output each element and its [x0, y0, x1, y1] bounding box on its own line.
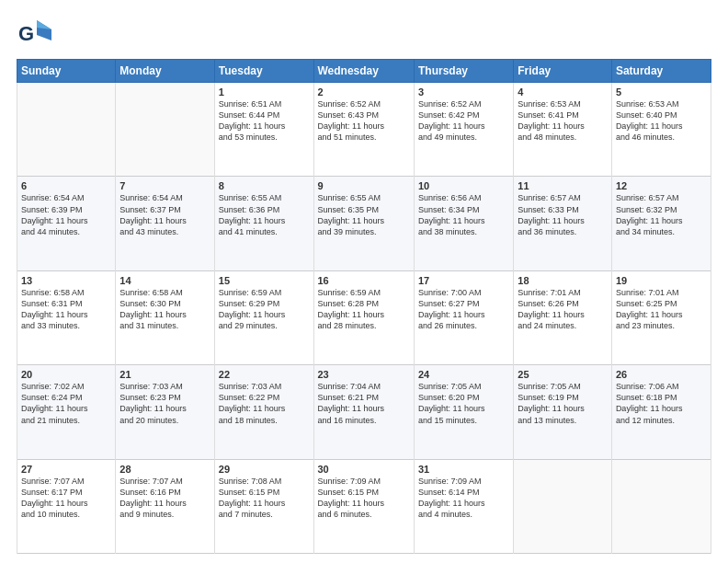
day-info: Sunrise: 6:58 AM Sunset: 6:30 PM Dayligh… [119, 287, 210, 332]
svg-text:G: G [18, 22, 34, 45]
day-number: 17 [418, 275, 509, 286]
calendar-cell: 8Sunrise: 6:55 AM Sunset: 6:36 PM Daylig… [214, 177, 313, 270]
calendar-cell: 2Sunrise: 6:52 AM Sunset: 6:43 PM Daylig… [313, 83, 414, 177]
day-number: 12 [616, 180, 707, 191]
calendar-cell: 23Sunrise: 7:04 AM Sunset: 6:21 PM Dayli… [313, 365, 414, 459]
day-info: Sunrise: 6:54 AM Sunset: 6:39 PM Dayligh… [21, 192, 111, 237]
day-info: Sunrise: 6:52 AM Sunset: 6:42 PM Dayligh… [418, 98, 509, 144]
day-number: 9 [318, 180, 410, 191]
calendar-cell: 14Sunrise: 6:58 AM Sunset: 6:30 PM Dayli… [116, 270, 214, 364]
day-info: Sunrise: 6:54 AM Sunset: 6:37 PM Dayligh… [119, 192, 210, 237]
day-info: Sunrise: 7:01 AM Sunset: 6:25 PM Dayligh… [616, 287, 707, 332]
day-info: Sunrise: 7:01 AM Sunset: 6:26 PM Dayligh… [518, 287, 608, 332]
calendar-cell: 19Sunrise: 7:01 AM Sunset: 6:25 PM Dayli… [611, 270, 711, 364]
calendar-cell: 26Sunrise: 7:06 AM Sunset: 6:18 PM Dayli… [611, 365, 711, 459]
day-number: 24 [418, 369, 509, 380]
calendar-cell: 18Sunrise: 7:01 AM Sunset: 6:26 PM Dayli… [514, 270, 612, 364]
day-info: Sunrise: 6:59 AM Sunset: 6:28 PM Dayligh… [318, 287, 410, 332]
calendar-header: Sunday Monday Tuesday Wednesday Thursday… [17, 60, 711, 83]
col-friday: Friday [514, 60, 612, 83]
calendar-week-3: 13Sunrise: 6:58 AM Sunset: 6:31 PM Dayli… [17, 270, 711, 364]
calendar-cell [514, 459, 612, 553]
calendar-cell [17, 83, 116, 177]
calendar-cell: 20Sunrise: 7:02 AM Sunset: 6:24 PM Dayli… [17, 365, 116, 459]
day-number: 25 [518, 369, 608, 380]
calendar-cell: 13Sunrise: 6:58 AM Sunset: 6:31 PM Dayli… [17, 270, 116, 364]
day-info: Sunrise: 7:07 AM Sunset: 6:16 PM Dayligh… [119, 476, 210, 521]
day-info: Sunrise: 7:02 AM Sunset: 6:24 PM Dayligh… [21, 381, 111, 426]
day-info: Sunrise: 6:59 AM Sunset: 6:29 PM Dayligh… [219, 287, 310, 332]
calendar-cell: 1Sunrise: 6:51 AM Sunset: 6:44 PM Daylig… [214, 83, 313, 177]
day-info: Sunrise: 6:53 AM Sunset: 6:40 PM Dayligh… [616, 98, 707, 144]
header: G [17, 17, 711, 50]
day-info: Sunrise: 7:07 AM Sunset: 6:17 PM Dayligh… [21, 476, 111, 521]
calendar-cell: 5Sunrise: 6:53 AM Sunset: 6:40 PM Daylig… [611, 83, 711, 177]
calendar-week-5: 27Sunrise: 7:07 AM Sunset: 6:17 PM Dayli… [17, 459, 711, 553]
calendar-week-1: 1Sunrise: 6:51 AM Sunset: 6:44 PM Daylig… [17, 83, 711, 177]
calendar: Sunday Monday Tuesday Wednesday Thursday… [17, 59, 711, 554]
calendar-cell: 22Sunrise: 7:03 AM Sunset: 6:22 PM Dayli… [214, 365, 313, 459]
day-number: 27 [21, 464, 111, 475]
day-info: Sunrise: 7:08 AM Sunset: 6:15 PM Dayligh… [219, 476, 310, 521]
col-wednesday: Wednesday [313, 60, 414, 83]
day-info: Sunrise: 6:51 AM Sunset: 6:44 PM Dayligh… [219, 98, 310, 144]
day-info: Sunrise: 7:05 AM Sunset: 6:20 PM Dayligh… [418, 381, 509, 426]
day-number: 26 [616, 369, 707, 380]
calendar-week-4: 20Sunrise: 7:02 AM Sunset: 6:24 PM Dayli… [17, 365, 711, 459]
day-number: 11 [518, 180, 608, 191]
calendar-cell: 3Sunrise: 6:52 AM Sunset: 6:42 PM Daylig… [414, 83, 513, 177]
calendar-cell: 17Sunrise: 7:00 AM Sunset: 6:27 PM Dayli… [414, 270, 513, 364]
day-info: Sunrise: 7:05 AM Sunset: 6:19 PM Dayligh… [518, 381, 608, 426]
day-number: 1 [219, 86, 310, 98]
col-thursday: Thursday [414, 60, 513, 83]
day-info: Sunrise: 6:53 AM Sunset: 6:41 PM Dayligh… [518, 98, 608, 144]
calendar-cell: 27Sunrise: 7:07 AM Sunset: 6:17 PM Dayli… [17, 459, 116, 553]
header-row: Sunday Monday Tuesday Wednesday Thursday… [17, 60, 711, 83]
calendar-cell: 12Sunrise: 6:57 AM Sunset: 6:32 PM Dayli… [611, 177, 711, 270]
day-number: 10 [418, 180, 509, 191]
day-number: 7 [119, 180, 210, 191]
day-number: 13 [21, 275, 111, 286]
day-number: 14 [119, 275, 210, 286]
calendar-body: 1Sunrise: 6:51 AM Sunset: 6:44 PM Daylig… [17, 83, 711, 554]
day-info: Sunrise: 6:56 AM Sunset: 6:34 PM Dayligh… [418, 192, 509, 237]
calendar-cell: 25Sunrise: 7:05 AM Sunset: 6:19 PM Dayli… [514, 365, 612, 459]
col-sunday: Sunday [17, 60, 116, 83]
col-monday: Monday [116, 60, 214, 83]
day-info: Sunrise: 6:55 AM Sunset: 6:36 PM Dayligh… [219, 192, 310, 237]
day-number: 18 [518, 275, 608, 286]
day-info: Sunrise: 7:09 AM Sunset: 6:14 PM Dayligh… [418, 476, 509, 521]
day-number: 8 [219, 180, 310, 191]
calendar-cell: 16Sunrise: 6:59 AM Sunset: 6:28 PM Dayli… [313, 270, 414, 364]
day-number: 30 [318, 464, 410, 475]
calendar-cell: 10Sunrise: 6:56 AM Sunset: 6:34 PM Dayli… [414, 177, 513, 270]
col-saturday: Saturday [611, 60, 711, 83]
day-info: Sunrise: 7:06 AM Sunset: 6:18 PM Dayligh… [616, 381, 707, 426]
calendar-cell: 29Sunrise: 7:08 AM Sunset: 6:15 PM Dayli… [214, 459, 313, 553]
day-info: Sunrise: 6:58 AM Sunset: 6:31 PM Dayligh… [21, 287, 111, 332]
calendar-cell: 7Sunrise: 6:54 AM Sunset: 6:37 PM Daylig… [116, 177, 214, 270]
day-info: Sunrise: 7:04 AM Sunset: 6:21 PM Dayligh… [318, 381, 410, 426]
calendar-cell: 9Sunrise: 6:55 AM Sunset: 6:35 PM Daylig… [313, 177, 414, 270]
day-info: Sunrise: 7:03 AM Sunset: 6:22 PM Dayligh… [219, 381, 310, 426]
calendar-cell: 31Sunrise: 7:09 AM Sunset: 6:14 PM Dayli… [414, 459, 513, 553]
day-info: Sunrise: 6:52 AM Sunset: 6:43 PM Dayligh… [318, 98, 410, 144]
day-number: 29 [219, 464, 310, 475]
day-number: 2 [318, 86, 410, 98]
calendar-cell: 21Sunrise: 7:03 AM Sunset: 6:23 PM Dayli… [116, 365, 214, 459]
logo: G [17, 17, 61, 50]
day-number: 23 [318, 369, 410, 380]
day-info: Sunrise: 6:57 AM Sunset: 6:33 PM Dayligh… [518, 192, 608, 237]
day-number: 19 [616, 275, 707, 286]
calendar-cell: 6Sunrise: 6:54 AM Sunset: 6:39 PM Daylig… [17, 177, 116, 270]
day-number: 31 [418, 464, 509, 475]
calendar-table: Sunday Monday Tuesday Wednesday Thursday… [17, 59, 711, 554]
calendar-cell: 11Sunrise: 6:57 AM Sunset: 6:33 PM Dayli… [514, 177, 612, 270]
day-number: 3 [418, 86, 509, 98]
calendar-week-2: 6Sunrise: 6:54 AM Sunset: 6:39 PM Daylig… [17, 177, 711, 270]
day-number: 15 [219, 275, 310, 286]
day-number: 21 [119, 369, 210, 380]
col-tuesday: Tuesday [214, 60, 313, 83]
day-number: 28 [119, 464, 210, 475]
page: G Sunday Monday Tuesday Wednesday Thursd… [0, 0, 728, 563]
